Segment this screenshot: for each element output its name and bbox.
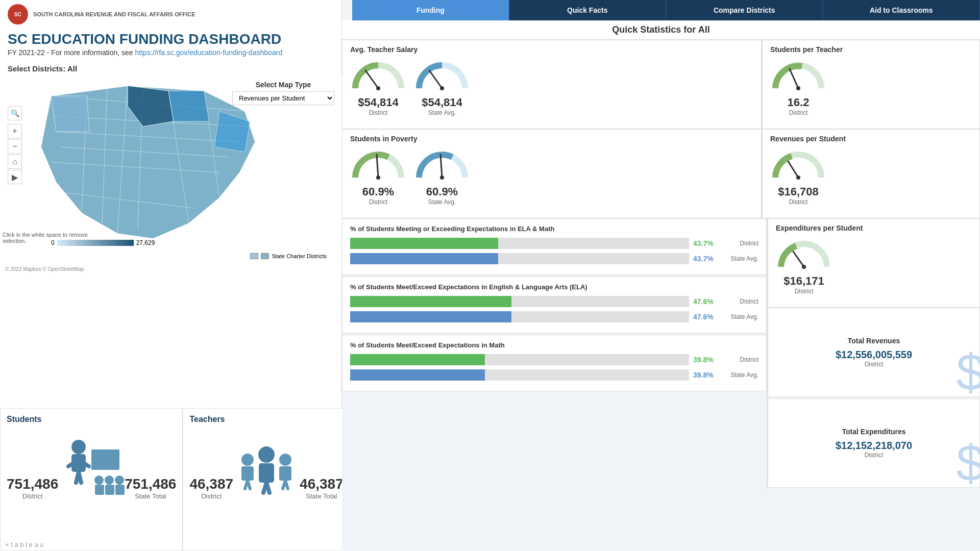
svg-line-45 <box>377 155 378 178</box>
agency-logo: SC <box>8 4 28 24</box>
svg-line-43 <box>790 69 798 88</box>
avg-teacher-salary-card: Avg. Teacher Salary $54,814 District <box>342 40 762 129</box>
map-type-dropdown[interactable]: Revenues per Student <box>232 91 334 105</box>
students-district-label: District <box>7 492 58 500</box>
bar-chart-3-title: % of Students Meet/Exceed Expectations i… <box>350 341 758 349</box>
bar-track-3-d <box>350 354 689 365</box>
svg-rect-20 <box>91 449 119 470</box>
eps-svg <box>776 236 832 272</box>
tab-funding[interactable]: Funding <box>352 0 509 20</box>
svg-point-40 <box>376 86 380 90</box>
tableau-logo: + t a b l e a u <box>5 541 44 548</box>
rps-district-label: District <box>789 198 808 206</box>
bar-row-2-district: 47.6% District <box>350 296 758 307</box>
bar-value-1-d: 43.7% <box>693 239 719 247</box>
svg-line-34 <box>248 481 250 489</box>
quick-stats-title: Quick Statistics for All <box>342 20 980 40</box>
svg-rect-26 <box>115 485 125 495</box>
total-expenditures-label: District <box>865 452 884 459</box>
teachers-title: Teachers <box>189 415 343 424</box>
svg-line-30 <box>266 483 270 493</box>
bar-track-2-d <box>350 296 689 307</box>
charter-legend: State Charter Districts <box>250 253 327 259</box>
bar-value-2-s: 47.6% <box>693 313 719 321</box>
svg-point-22 <box>105 475 114 485</box>
svg-rect-24 <box>95 485 104 495</box>
tab-compare-districts[interactable]: Compare Districts <box>666 0 823 20</box>
total-expenditures-value: $12,152,218,070 <box>836 440 912 452</box>
map-zoom-out-button[interactable]: − <box>8 139 22 154</box>
svg-point-14 <box>71 440 86 454</box>
map-expand-button[interactable]: ▶ <box>8 170 22 184</box>
svg-point-27 <box>258 446 275 463</box>
students-in-poverty-title: Students in Poverty <box>350 135 753 143</box>
map-area: 🔍 + − ⌂ ▶ <box>0 76 342 274</box>
bar-fill-1-d <box>350 238 498 249</box>
students-numbers: 751,486 District <box>7 432 176 500</box>
students-card: Students 751,486 District <box>0 408 183 551</box>
top-navigation: Funding Quick Facts Compare Districts Ai… <box>352 0 980 20</box>
tab-aid-to-classrooms[interactable]: Aid to Classrooms <box>823 0 981 20</box>
rps-pair: $16,708 District <box>770 147 972 206</box>
svg-point-46 <box>376 176 380 180</box>
total-expenditures-card: $ Total Expenditures $12,152,218,070 Dis… <box>768 398 980 488</box>
eps-pair: $16,171 District <box>776 236 972 295</box>
gauge-state-svg <box>414 58 470 93</box>
sip-pair: 60.9% District 60.9% State Avg. <box>350 147 753 206</box>
total-revenues-title: Total Revenues <box>848 337 900 345</box>
rps-svg <box>770 147 826 183</box>
map-search-button[interactable]: 🔍 <box>8 106 22 120</box>
students-district-value: 751,486 <box>7 476 58 492</box>
svg-point-23 <box>115 475 124 485</box>
students-state-label: State Total <box>125 492 176 500</box>
bar-chart-1: % of Students Meeting or Exceeding Expec… <box>342 218 767 275</box>
bar-track-3-s <box>350 369 689 381</box>
svg-rect-36 <box>279 466 291 481</box>
bar-fill-1-s <box>350 253 498 264</box>
map-zoom-in-button[interactable]: + <box>8 124 22 138</box>
bar-legend-1-d: District <box>723 240 758 247</box>
svg-line-49 <box>788 161 798 178</box>
avg-salary-state-label: State Avg. <box>428 109 456 116</box>
select-districts-label: Select Districts: All <box>0 62 341 76</box>
sip-state-value: 60.9% <box>426 185 458 198</box>
click-hint-text: Click in the white space to removeselect… <box>3 232 88 244</box>
dollar-icon-expenditures: $ <box>956 434 980 488</box>
gauge-row-3: % of Students Meeting or Exceeding Expec… <box>342 218 980 489</box>
teachers-district-label: District <box>189 492 233 500</box>
bottom-stats-area: Students 751,486 District <box>0 408 342 551</box>
bar-legend-1-s: State Avg. <box>723 255 758 262</box>
charter-sq1-icon <box>250 253 258 259</box>
agency-name: SOUTH CAROLINA REVENUE AND FISCAL AFFAIR… <box>33 11 195 17</box>
bar-fill-2-d <box>350 296 511 307</box>
teachers-state-value: 46,387 <box>300 476 344 492</box>
info-link[interactable]: https://rfa.sc.gov/education-funding-das… <box>135 48 283 57</box>
bar-row-2-state: 47.6% State Avg. <box>350 311 758 322</box>
right-metrics-column: Expenditures per Student $16,171 Distric… <box>767 218 980 489</box>
sip-state-label: State Avg. <box>428 198 456 206</box>
bar-chart-3: % of Students Meet/Exceed Expectations i… <box>342 335 767 391</box>
expenditures-per-student-card: Expenditures per Student $16,171 Distric… <box>768 218 980 308</box>
gauge-spt-svg <box>770 58 826 93</box>
sip-district-value: 60.9% <box>362 185 394 198</box>
avg-teacher-salary-pair: $54,814 District $54,814 State Avg. <box>350 58 753 116</box>
bar-fill-3-d <box>350 354 485 365</box>
map-home-button[interactable]: ⌂ <box>8 155 22 169</box>
teachers-card: Teachers 46,387 District <box>183 408 350 551</box>
sip-district-label: District <box>369 198 388 206</box>
svg-point-48 <box>440 176 444 180</box>
gauge-spt-district: 16.2 District <box>770 58 826 116</box>
bar-fill-3-s <box>350 369 485 381</box>
bar-row-1-district: 43.7% District <box>350 238 758 249</box>
teachers-numbers: 46,387 District <box>189 432 343 500</box>
svg-point-31 <box>241 454 254 466</box>
bar-legend-2-d: District <box>723 298 758 305</box>
tab-quick-facts[interactable]: Quick Facts <box>509 0 667 20</box>
svg-point-50 <box>796 176 800 180</box>
avg-salary-district-value: $54,814 <box>358 96 399 109</box>
students-per-teacher-title: Students per Teacher <box>770 45 972 54</box>
svg-line-51 <box>793 252 804 267</box>
eps-district-label: District <box>795 288 814 295</box>
bar-track-1-d <box>350 238 689 249</box>
gauge-row-2: Students in Poverty 60.9% District <box>342 129 980 218</box>
